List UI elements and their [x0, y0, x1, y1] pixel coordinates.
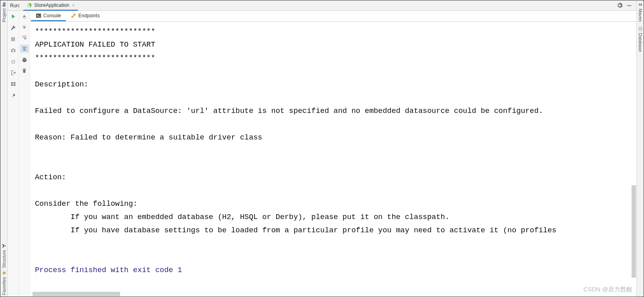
- favorites-tool-button[interactable]: Favorites: [2, 270, 6, 295]
- pin-icon[interactable]: [10, 92, 16, 98]
- folder-icon: [2, 2, 6, 7]
- scroll-up-icon[interactable]: [21, 13, 28, 20]
- right-tool-bar: Maven Database: [636, 0, 644, 297]
- svg-rect-9: [11, 82, 12, 84]
- run-config-name: StoreApplication: [34, 2, 69, 8]
- console-line: APPLICATION FAILED TO START: [35, 41, 155, 49]
- svg-rect-5: [627, 5, 632, 6]
- run-header: Run: StoreApplication ×: [8, 0, 636, 11]
- console-output[interactable]: *************************** APPLICATION …: [30, 22, 636, 297]
- scroll-to-end-icon[interactable]: [20, 45, 29, 53]
- console-icon: [36, 13, 41, 18]
- soft-wrap-icon[interactable]: [21, 34, 28, 41]
- console-actions-toolbar: [19, 11, 30, 297]
- console-line: Consider the following:: [35, 200, 137, 208]
- rerun-icon[interactable]: [10, 13, 16, 20]
- tab-console[interactable]: Console: [31, 11, 66, 21]
- print-icon[interactable]: [21, 57, 28, 63]
- structure-label: Structure: [2, 250, 6, 268]
- gear-icon[interactable]: [616, 2, 623, 9]
- svg-rect-2: [4, 246, 6, 247]
- svg-rect-11: [11, 84, 12, 86]
- vertical-scrollbar[interactable]: [632, 25, 636, 291]
- svg-rect-0: [2, 247, 3, 248]
- layout-icon[interactable]: [10, 81, 16, 87]
- run-actions-toolbar: [8, 11, 19, 297]
- horizontal-scroll-thumb[interactable]: [33, 292, 120, 296]
- structure-tool-button[interactable]: Structure: [2, 244, 6, 268]
- svg-point-7: [12, 50, 14, 51]
- exit-icon[interactable]: [10, 70, 16, 76]
- tab-endpoints[interactable]: Endpoints: [66, 11, 104, 21]
- trash-icon[interactable]: [21, 67, 28, 74]
- maven-icon: [638, 2, 643, 7]
- debug-icon[interactable]: [10, 58, 16, 65]
- endpoints-icon: [71, 13, 76, 18]
- vertical-scroll-thumb[interactable]: [632, 185, 636, 278]
- structure-icon: [2, 244, 6, 248]
- stop-icon[interactable]: [10, 36, 16, 42]
- minimize-icon[interactable]: [626, 2, 632, 9]
- console-line: Reason: Failed to determine a suitable d…: [35, 133, 262, 142]
- console-panel: Console Endpoints **********************…: [30, 11, 636, 297]
- svg-point-3: [639, 27, 642, 29]
- svg-rect-13: [36, 13, 41, 18]
- svg-rect-6: [11, 37, 15, 41]
- svg-rect-12: [13, 84, 15, 86]
- tab-endpoints-label: Endpoints: [78, 13, 100, 18]
- console-line: If you have database settings to be load…: [35, 226, 556, 235]
- favorites-label: Favorites: [2, 277, 6, 295]
- star-icon: [2, 270, 6, 275]
- horizontal-scrollbar[interactable]: [33, 292, 619, 296]
- scroll-down-icon[interactable]: [21, 24, 28, 30]
- close-icon[interactable]: ×: [72, 3, 75, 8]
- spring-boot-icon: [26, 2, 32, 8]
- left-tool-bar: Project Structure Favorites: [0, 0, 8, 297]
- project-tool-button[interactable]: Project: [2, 2, 6, 22]
- console-line: ***************************: [35, 54, 155, 62]
- console-line: ***************************: [35, 27, 155, 36]
- exit-code-line: Process finished with exit code 1: [35, 266, 182, 274]
- svg-rect-1: [2, 244, 3, 246]
- console-line: Failed to configure a DataSource: 'url' …: [35, 107, 543, 115]
- inner-tabs: Console Endpoints: [30, 11, 636, 22]
- run-label: Run:: [9, 3, 23, 8]
- console-line: Description:: [35, 80, 88, 89]
- maven-tool-button[interactable]: Maven: [638, 2, 643, 22]
- database-tool-button[interactable]: Database: [638, 27, 643, 52]
- run-config-tab[interactable]: StoreApplication ×: [23, 1, 78, 11]
- run-tool-window: Run: StoreApplication ×: [8, 0, 636, 297]
- svg-rect-10: [13, 82, 15, 84]
- database-label: Database: [638, 33, 643, 52]
- project-label: Project: [2, 8, 6, 22]
- maven-label: Maven: [638, 8, 643, 22]
- camera-icon[interactable]: [10, 47, 16, 53]
- database-icon: [638, 27, 643, 31]
- wrench-icon[interactable]: [10, 25, 16, 31]
- tab-console-label: Console: [43, 13, 61, 18]
- watermark: CSDN @原力甦醒: [583, 286, 632, 293]
- console-line: If you want an embedded database (H2, HS…: [35, 213, 449, 221]
- console-line: Action:: [35, 173, 66, 182]
